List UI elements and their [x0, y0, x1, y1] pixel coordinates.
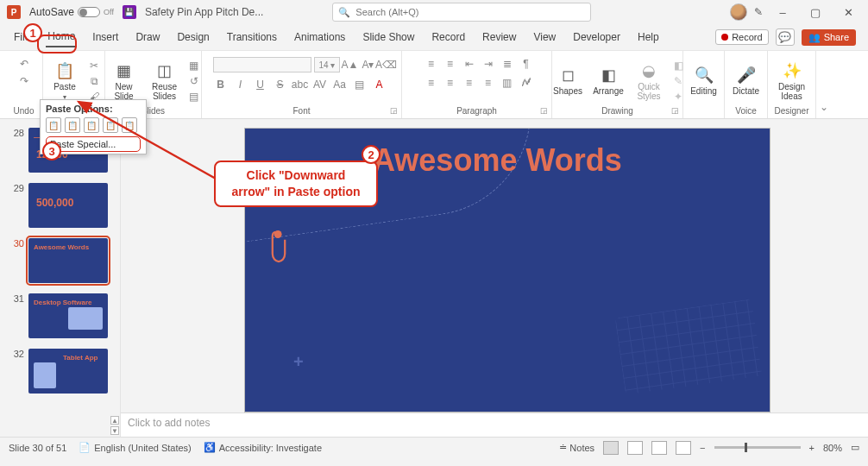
language-status[interactable]: 📄 English (United States)	[79, 442, 192, 453]
slide-counter[interactable]: Slide 30 of 51	[9, 443, 66, 453]
thumbnail-30[interactable]: 30 Awesome Words	[0, 238, 120, 283]
fit-to-window-button[interactable]: ▭	[851, 442, 859, 453]
smartart-button[interactable]: 🗲	[519, 76, 534, 90]
thumbnail-29[interactable]: 29 500,000	[0, 183, 120, 228]
paste-option-4[interactable]: 📋	[103, 117, 118, 133]
font-size-value[interactable]: 14	[318, 60, 328, 70]
search-input[interactable]: 🔍 Search (Alt+Q)	[332, 3, 591, 22]
align-justify-button[interactable]: ≡	[481, 76, 496, 90]
highlight-button[interactable]: ▤	[352, 78, 368, 91]
normal-view-button[interactable]	[603, 441, 619, 455]
thumbnail-32[interactable]: 32 Tablet App	[0, 349, 120, 394]
quick-styles-button[interactable]: ◒Quick Styles	[630, 61, 668, 101]
toggle-switch-icon[interactable]	[78, 7, 100, 17]
paragraph-launcher-icon[interactable]: ◲	[540, 106, 548, 115]
tab-developer[interactable]: Developer	[571, 28, 622, 47]
copy-button[interactable]: ⧉	[86, 74, 102, 88]
tab-slideshow[interactable]: Slide Show	[361, 28, 416, 47]
design-ideas-button[interactable]: ✨Design Ideas	[773, 61, 811, 101]
user-avatar[interactable]	[730, 3, 747, 21]
document-title[interactable]: Safety Pin App Pitch De...	[145, 6, 263, 18]
charspacing-button[interactable]: AV	[312, 78, 328, 91]
ink-pen-icon[interactable]: ✎	[754, 6, 763, 18]
bold-button[interactable]: B	[213, 78, 229, 91]
tab-review[interactable]: Review	[481, 28, 518, 47]
underline-button[interactable]: U	[253, 78, 268, 91]
bullets-button[interactable]: ≡	[424, 57, 439, 71]
scroll-up-icon[interactable]: ▲	[110, 416, 119, 425]
align-right-button[interactable]: ≡	[462, 76, 477, 90]
save-button[interactable]: 💾	[123, 5, 136, 19]
italic-button[interactable]: I	[233, 78, 248, 91]
share-button[interactable]: 👥 Share	[802, 29, 856, 46]
strike-button[interactable]: S	[273, 78, 288, 91]
paste-button[interactable]: 📋 Paste ▾	[46, 61, 84, 101]
decrease-indent-button[interactable]: ⇤	[462, 57, 477, 71]
paste-options-row: 📋 📋 📋 📋 📋	[46, 117, 141, 133]
comments-button[interactable]: 💬	[776, 28, 795, 46]
changecase-button[interactable]: Aa	[332, 78, 348, 91]
shrink-font-button[interactable]: A▾	[361, 58, 376, 72]
columns-button[interactable]: ▥	[500, 76, 515, 90]
line-spacing-button[interactable]: ≣	[500, 57, 515, 71]
window-close-button[interactable]: ✕	[835, 3, 861, 21]
section-button[interactable]: ▤	[186, 90, 202, 104]
paste-option-5[interactable]: 📋	[122, 117, 137, 133]
paste-option-2[interactable]: 📋	[65, 117, 80, 133]
thumbnails-scrollbar[interactable]: ▲ ▼	[110, 119, 119, 437]
tab-animations[interactable]: Animations	[292, 28, 347, 47]
slide-title-text[interactable]: Awesome Words	[373, 142, 622, 179]
notes-pane[interactable]: Click to add notes	[121, 412, 868, 437]
layout-button[interactable]: ▦	[186, 59, 202, 72]
font-color-button[interactable]: A	[372, 78, 387, 91]
zoom-out-button[interactable]: −	[700, 443, 705, 453]
window-minimize-button[interactable]: –	[770, 3, 796, 21]
increase-indent-button[interactable]: ⇥	[481, 57, 496, 71]
paste-option-1[interactable]: 📋	[46, 117, 61, 133]
shadow-button[interactable]: abc	[292, 78, 308, 91]
autosave-toggle[interactable]: AutoSave Off	[29, 6, 114, 18]
clear-format-button[interactable]: A⌫	[379, 58, 394, 72]
tab-view[interactable]: View	[531, 28, 557, 47]
tab-insert[interactable]: Insert	[91, 28, 120, 47]
window-restore-button[interactable]: ▢	[802, 3, 828, 21]
slide-thumbnails-panel[interactable]: 28 ——12,500 29 500,000 30 Awesome Words …	[0, 119, 121, 437]
numbering-button[interactable]: ≡	[443, 57, 458, 71]
dictate-button[interactable]: 🎤Dictate	[727, 66, 765, 96]
ribbon-collapse-button[interactable]: ⌄	[816, 51, 832, 118]
editing-button[interactable]: 🔍Editing	[685, 66, 723, 96]
arrange-button[interactable]: ◧Arrange	[589, 66, 627, 96]
accessibility-status[interactable]: ♿ Accessibility: Investigate	[204, 442, 322, 453]
cut-button[interactable]: ✂	[86, 59, 102, 72]
align-center-button[interactable]: ≡	[443, 76, 458, 90]
reading-view-button[interactable]	[651, 441, 667, 455]
reuse-slides-button[interactable]: ◫ Reuse Slides	[146, 61, 184, 101]
text-direction-button[interactable]: ¶	[519, 57, 534, 71]
new-slide-button[interactable]: ▦ New Slide	[105, 61, 143, 101]
reset-button[interactable]: ↺	[186, 74, 202, 88]
zoom-value[interactable]: 80%	[823, 443, 842, 453]
sorter-view-button[interactable]	[627, 441, 643, 455]
notes-toggle[interactable]: ≐Notes	[559, 442, 594, 453]
drawing-launcher-icon[interactable]: ◲	[671, 106, 679, 115]
tab-draw[interactable]: Draw	[134, 28, 161, 47]
shapes-button[interactable]: ◻Shapes	[549, 66, 587, 96]
tab-record[interactable]: Record	[430, 28, 467, 47]
thumbnail-31[interactable]: 31 Desktop Software	[0, 293, 120, 338]
tab-design[interactable]: Design	[175, 28, 211, 47]
font-launcher-icon[interactable]: ◲	[390, 106, 398, 115]
tab-home[interactable]: Home	[46, 27, 77, 47]
undo-button[interactable]: ↶	[16, 57, 32, 71]
zoom-in-button[interactable]: +	[809, 443, 815, 453]
paste-option-3[interactable]: 📋	[84, 117, 99, 133]
slideshow-view-button[interactable]	[676, 441, 691, 455]
tab-help[interactable]: Help	[636, 28, 661, 47]
redo-button[interactable]: ↷	[16, 74, 32, 88]
scroll-down-icon[interactable]: ▼	[110, 426, 119, 435]
font-size-arrow-icon[interactable]: ▾	[330, 60, 335, 70]
record-button[interactable]: Record	[715, 29, 768, 45]
tab-transitions[interactable]: Transitions	[225, 28, 279, 47]
zoom-slider[interactable]	[714, 446, 801, 449]
align-left-button[interactable]: ≡	[424, 76, 439, 90]
grow-font-button[interactable]: A▲	[343, 58, 358, 72]
